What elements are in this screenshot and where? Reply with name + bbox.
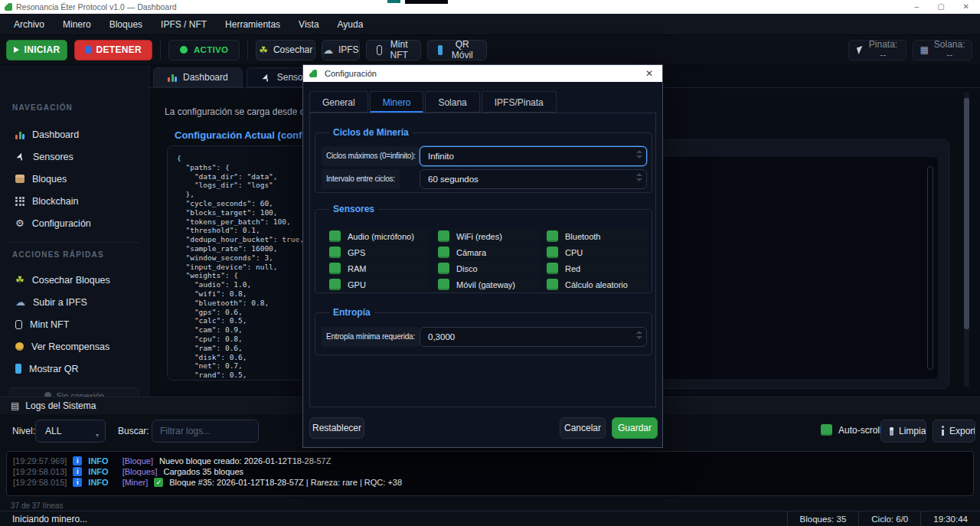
solana-status-button[interactable]: ▦ Solana: --: [913, 40, 972, 60]
check-icon: ✓: [154, 478, 163, 487]
log-line: [19:29:58.013] i INFO [Bloques] Cargados…: [13, 466, 967, 477]
sidebar-item-sensores[interactable]: Sensores: [0, 145, 149, 168]
harvest-icon: ☘: [15, 275, 24, 285]
minimize-button[interactable]: –: [915, 0, 920, 14]
checkbox-checked[interactable]: [438, 247, 449, 258]
menu-archivo[interactable]: Archivo: [6, 14, 52, 35]
spinner-arrows[interactable]: [636, 173, 642, 181]
dialog-tab-ipfs-pinata[interactable]: IPFS/Pinata: [482, 91, 557, 113]
rewards-coin-icon: [15, 342, 24, 351]
sensor-row-cpu[interactable]: CPU: [545, 245, 648, 260]
sidebar-item-blockchain[interactable]: Blockchain: [0, 190, 149, 212]
window-scrollbar-thumb[interactable]: [964, 98, 969, 329]
nivel-label: Nivel:: [12, 426, 35, 436]
log-level-dropdown[interactable]: ALL ▾: [35, 420, 106, 443]
action-mint-nft[interactable]: Mint NFT: [0, 313, 149, 335]
screen-artifact-black: [405, 0, 448, 4]
action-subir-a-ipfs[interactable]: ☁ Subir a IPFS: [0, 291, 149, 313]
restablecer-button[interactable]: Restablecer: [309, 417, 364, 439]
toolbar-separator: [160, 41, 161, 59]
checkbox-checked[interactable]: [329, 279, 341, 290]
action-mostrar-qr[interactable]: Mostrar QR: [0, 358, 149, 380]
cloud-icon: ☁: [323, 45, 333, 55]
pinata-icon: [857, 45, 864, 54]
menu-vista[interactable]: Vista: [291, 14, 326, 35]
sensor-row-disco[interactable]: Disco: [436, 261, 539, 276]
sensor-row-ram[interactable]: RAM: [328, 261, 430, 276]
checkbox-checked[interactable]: [438, 279, 449, 290]
maximize-button[interactable]: ▢: [937, 0, 944, 14]
menu-ipfs-nft[interactable]: IPFS / NFT: [153, 14, 214, 35]
sensor-row-movil[interactable]: Móvil (gateway): [436, 277, 539, 292]
log-line: [19:29:58.015] i INFO [Miner] ✓ Bloque #…: [13, 477, 967, 488]
entropia-spinbox[interactable]: 0,3000: [420, 327, 647, 347]
sensor-row-audio[interactable]: Audio (micrófono): [328, 229, 430, 243]
sidebar-item-configuracion[interactable]: ⚙ Configuración: [0, 212, 149, 234]
cancelar-button[interactable]: Cancelar: [560, 417, 606, 439]
log-filter-input[interactable]: [152, 420, 259, 443]
info-icon: i: [73, 456, 82, 466]
checkbox-checked[interactable]: [547, 279, 558, 290]
checkbox-checked[interactable]: [329, 230, 341, 242]
satellite-icon: [15, 152, 25, 162]
dialog-tab-solana[interactable]: Solana: [425, 91, 479, 113]
close-button[interactable]: ✕: [963, 0, 969, 14]
menu-ayuda[interactable]: Ayuda: [330, 14, 371, 35]
sensor-row-bluetooth[interactable]: Bluetooth: [545, 229, 648, 243]
qr-movil-button[interactable]: QR Móvil: [427, 40, 487, 60]
sensor-row-red[interactable]: Red: [545, 261, 648, 276]
play-icon: [14, 47, 19, 53]
checkbox-checked[interactable]: [547, 247, 558, 258]
pinata-status-button[interactable]: Pinata: --: [848, 40, 906, 60]
checkbox-checked[interactable]: [438, 263, 449, 274]
sensor-row-wifi[interactable]: WiFi (redes): [436, 229, 539, 243]
satellite-icon: [261, 73, 271, 83]
checkbox-checked[interactable]: [329, 263, 341, 274]
phone-icon: [438, 45, 443, 55]
iniciar-button[interactable]: INICIAR: [6, 40, 67, 60]
ciclos-maximos-spinbox[interactable]: Infinito: [420, 146, 647, 166]
spinner-arrows[interactable]: [636, 331, 642, 339]
menu-bloques[interactable]: Bloques: [102, 14, 150, 35]
status-ciclo: Ciclo: 6/0: [858, 511, 920, 526]
menu-minero[interactable]: Minero: [55, 14, 99, 35]
checkbox-checked[interactable]: [438, 230, 449, 242]
export-icon: [942, 430, 944, 436]
sensor-row-gpu[interactable]: GPU: [328, 277, 430, 292]
spinner-arrows[interactable]: [636, 150, 642, 158]
action-cosechar-bloques[interactable]: ☘ Cosechar Bloques: [0, 269, 149, 291]
sidebar-item-bloques[interactable]: Bloques: [0, 168, 149, 190]
intervalo-spinbox[interactable]: 60 segundos: [420, 169, 647, 189]
ipfs-button[interactable]: ☁ IPFS: [322, 40, 360, 60]
sensor-row-calculo-aleatorio[interactable]: Cálculo aleatorio: [545, 277, 648, 292]
panel-scrollbar[interactable]: [927, 166, 933, 370]
autoscroll-checkbox[interactable]: [821, 424, 832, 436]
detener-button[interactable]: DETENER: [74, 40, 152, 60]
sensor-row-camara[interactable]: Cámara: [436, 245, 539, 260]
sidebar: NAVEGACIÓN Dashboard Sensores Bloques Bl…: [0, 65, 149, 397]
sensor-row-gps[interactable]: GPS: [328, 245, 430, 260]
mint-nft-button[interactable]: Mint NFT: [366, 40, 421, 60]
clipboard-icon: ▤: [11, 401, 19, 410]
checkbox-checked[interactable]: [329, 247, 341, 258]
checkbox-checked[interactable]: [547, 230, 558, 242]
sidebar-item-dashboard[interactable]: Dashboard: [0, 123, 149, 145]
statusbar: Iniciando minero... Bloques: 35 Ciclo: 6…: [0, 511, 980, 526]
dialog-tab-pane: Ciclos de Minería Ciclos máximos (0=infi…: [309, 113, 656, 407]
status-badge-activo: ACTIVO: [168, 40, 240, 60]
app-icon: [309, 70, 317, 77]
dialog-tab-minero[interactable]: Minero: [370, 91, 424, 113]
cosechar-button[interactable]: ☘ Cosechar: [256, 40, 315, 60]
dialog-tab-general[interactable]: General: [309, 91, 368, 113]
action-ver-recompensas[interactable]: Ver Recompensas: [0, 335, 149, 358]
tab-dashboard[interactable]: Dashboard: [153, 67, 243, 87]
guardar-button[interactable]: Guardar: [612, 417, 658, 439]
dialog-close-button[interactable]: ✕: [642, 65, 656, 82]
limpiar-button[interactable]: Limpiar: [880, 420, 926, 443]
window-scrollbar[interactable]: [964, 92, 969, 387]
export-button[interactable]: Export: [933, 420, 975, 443]
status-bloques: Bloques: 35: [787, 511, 859, 526]
menu-herramientas[interactable]: Herramientas: [217, 14, 288, 35]
checkbox-checked[interactable]: [547, 263, 558, 274]
stop-icon: [85, 46, 91, 54]
